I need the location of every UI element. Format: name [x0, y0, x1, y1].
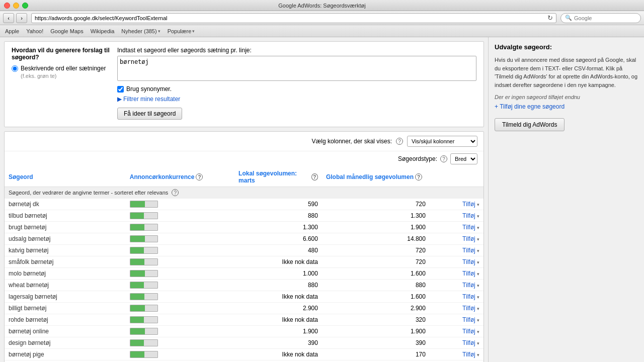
global-vol-cell: 1.900	[322, 326, 430, 337]
tilfoej-link[interactable]: Tilføj	[462, 258, 475, 265]
competition-bar	[130, 270, 158, 277]
url-input[interactable]	[35, 15, 547, 21]
local-vol-cell: Ikke nok data	[234, 291, 322, 303]
tilfoej-link[interactable]: Tilføj	[462, 212, 475, 219]
action-cell: Tilføj ▾	[430, 199, 484, 210]
browser-search-bar[interactable]: 🔍	[560, 13, 641, 23]
comp-cell	[126, 210, 234, 222]
window-title: Google AdWords: Søgeordsværktøj	[278, 3, 365, 9]
kw-cell: rohde børnetøj	[5, 314, 126, 326]
competition-bar	[130, 293, 158, 300]
refresh-button[interactable]: ↻	[547, 14, 553, 22]
bookmark-populare[interactable]: Populære ▾	[168, 28, 195, 34]
table-row: lagersalg børnetøj Ikke nok data 1.600 T…	[5, 291, 484, 303]
table-row: børnetøj online 1.900 1.900 Tilføj ▾	[5, 326, 484, 337]
maximize-button[interactable]	[22, 3, 28, 9]
search-icon: 🔍	[565, 15, 572, 21]
radio-describing-words[interactable]	[12, 65, 18, 72]
tilfoej-link[interactable]: Tilføj	[462, 247, 475, 254]
competition-bar-fill	[130, 213, 144, 219]
global-help-icon[interactable]: ?	[415, 173, 422, 180]
action-cell: Tilføj ▾	[430, 233, 484, 245]
local-help-icon[interactable]: ?	[311, 173, 318, 180]
th-competition: Annoncørkonkurrence ?	[126, 167, 234, 187]
bookmark-wikipedia[interactable]: Wikipedia	[91, 28, 115, 34]
comp-cell	[126, 199, 234, 210]
comp-cell	[126, 233, 234, 245]
col-select-dropdown[interactable]: Vis/skjul kolonner	[407, 136, 477, 147]
minimize-button[interactable]	[13, 3, 19, 9]
back-button[interactable]: ‹	[3, 13, 14, 23]
bookmark-googlemaps[interactable]: Google Maps	[50, 28, 83, 34]
bookmark-populare-label: Populære	[168, 28, 192, 34]
filter-link-label: Filtrer mine resultater	[123, 96, 180, 103]
kw-cell: billigt børnetøj	[5, 303, 126, 314]
tilfoej-link[interactable]: Tilføj	[462, 270, 475, 277]
tilfoej-link[interactable]: Tilføj	[462, 235, 475, 242]
table-row: tilbud børnetøj 880 1.300 Tilføj ▾	[5, 210, 484, 222]
competition-bar-fill	[130, 340, 144, 346]
filter-link[interactable]: ▶ Filtrer mine resultater	[117, 96, 476, 103]
competition-bar-fill	[130, 282, 144, 288]
radio-describing-label: Beskrivende ord eller sætninger	[21, 65, 106, 72]
competition-bar	[130, 351, 158, 358]
chevron-down-icon: ▾	[477, 352, 479, 357]
tilfoej-link[interactable]: Tilføj	[462, 351, 475, 358]
address-bar[interactable]: ↻	[31, 13, 556, 23]
local-vol-cell: 1.000	[234, 268, 322, 280]
competition-help-icon[interactable]: ?	[196, 173, 203, 180]
keyword-table: Søgeord Annoncørkonkurrence ? Lokal søge	[5, 167, 484, 362]
results-header: Vælg kolonner, der skal vises: ? Vis/skj…	[5, 132, 484, 151]
kw-cell: design børnetøj	[5, 337, 126, 349]
competition-bar	[130, 316, 158, 323]
bookmark-nyheder[interactable]: Nyheder (385) ▾	[121, 28, 160, 34]
col-select-help-icon[interactable]: ?	[396, 138, 403, 145]
section-help-icon-inline[interactable]: ?	[172, 189, 179, 196]
table-row: udsalg børnetøj 6.600 14.800 Tilføj ▾	[5, 233, 484, 245]
search-type-help-icon[interactable]: ?	[440, 155, 447, 162]
keyword-input[interactable]: børnetøj	[117, 56, 476, 81]
action-cell: Tilføj ▾	[430, 280, 484, 291]
chevron-down-icon: ▾	[477, 202, 479, 207]
sidebar-add-link[interactable]: + Tilføj dine egne søgeord	[495, 103, 565, 110]
bookmark-yahoo[interactable]: Yahoo!	[26, 28, 43, 34]
th-local: Lokal søgevolumen: marts ?	[234, 167, 322, 187]
tilfoej-link[interactable]: Tilføj	[462, 282, 475, 289]
close-button[interactable]	[4, 3, 10, 9]
table-row: wheat børnetøj 880 880 Tilføj ▾	[5, 280, 484, 291]
tilfoej-link[interactable]: Tilføj	[462, 328, 475, 335]
chevron-down-icon: ▾	[477, 283, 479, 288]
tilfoej-link[interactable]: Tilføj	[462, 201, 475, 208]
action-cell: Tilføj ▾	[430, 245, 484, 256]
signup-button[interactable]: Tilmeld dig AdWords	[495, 118, 565, 131]
kw-cell: katvig børnetøj	[5, 245, 126, 256]
global-vol-cell: 1.900	[322, 222, 430, 233]
tilfoej-link[interactable]: Tilføj	[462, 305, 475, 312]
kw-cell: brugt børnetøj	[5, 222, 126, 233]
th-global: Global månedlig søgevolumen ?	[322, 167, 430, 187]
comp-cell	[126, 360, 234, 363]
main-content: Hvordan vil du generere forslag til søge…	[0, 37, 644, 362]
kw-cell: børnetøj pige	[5, 349, 126, 360]
bookmark-apple[interactable]: Apple	[5, 28, 19, 34]
local-vol-cell: 880	[234, 210, 322, 222]
local-vol-cell: 880	[234, 280, 322, 291]
browser-search-input[interactable]	[574, 15, 636, 21]
global-vol-cell: 170	[322, 360, 430, 363]
action-cell: Tilføj ▾	[430, 291, 484, 303]
search-type-dropdown[interactable]: Bred	[450, 153, 477, 164]
get-ideas-button[interactable]: Få ideer til søgeord	[117, 108, 182, 120]
window-controls[interactable]	[4, 3, 28, 9]
tilfoej-link[interactable]: Tilføj	[462, 224, 475, 231]
tilfoej-link[interactable]: Tilføj	[462, 293, 475, 300]
global-vol-cell: 1.600	[322, 291, 430, 303]
synonym-checkbox[interactable]	[117, 86, 124, 93]
competition-bar-fill	[130, 294, 144, 300]
tilfoej-link[interactable]: Tilføj	[462, 339, 475, 346]
chevron-down-icon: ▾	[477, 306, 479, 311]
competition-bar-fill	[130, 224, 144, 230]
comp-cell	[126, 245, 234, 256]
forward-button[interactable]: ›	[16, 13, 27, 23]
tilfoej-link[interactable]: Tilføj	[462, 316, 475, 323]
nav-bar: ‹ › ↻ 🔍	[0, 11, 644, 25]
